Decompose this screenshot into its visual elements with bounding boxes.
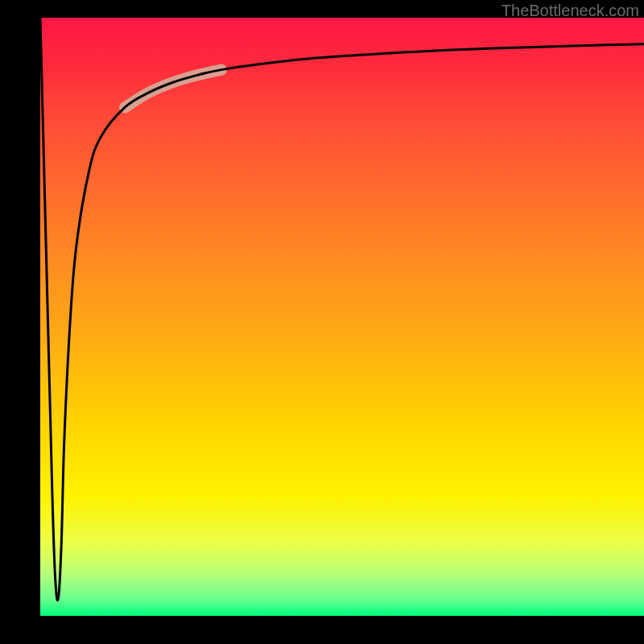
plot-gradient-background xyxy=(40,18,644,616)
chart-stage: TheBottleneck.com xyxy=(0,0,644,644)
watermark-label: TheBottleneck.com xyxy=(502,2,639,20)
